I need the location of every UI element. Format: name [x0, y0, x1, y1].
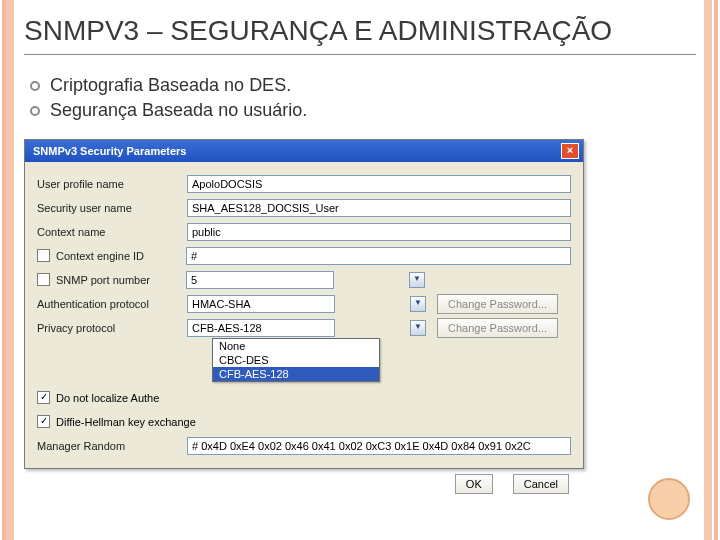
cancel-button[interactable]: Cancel	[513, 474, 569, 494]
engine-checkbox[interactable]	[37, 249, 50, 262]
auth-select[interactable]	[187, 295, 335, 313]
ok-button[interactable]: OK	[455, 474, 493, 494]
label-context: Context name	[37, 226, 187, 238]
label-port: SNMP port number	[56, 274, 186, 286]
bullet-icon	[30, 81, 40, 91]
label-manager-random: Manager Random	[37, 440, 187, 452]
label-security-user: Security user name	[37, 202, 187, 214]
list-item: Criptografia Baseada no DES.	[30, 75, 696, 96]
manager-random-input[interactable]	[187, 437, 571, 455]
dropdown-option-selected[interactable]: CFB-AES-128	[213, 367, 379, 381]
change-password-button[interactable]: Change Password...	[437, 294, 558, 314]
title-underline	[24, 54, 696, 55]
context-input[interactable]	[187, 223, 571, 241]
titlebar[interactable]: SNMPv3 Security Parameters ×	[25, 140, 583, 162]
bullet-list: Criptografia Baseada no DES. Segurança B…	[30, 75, 696, 121]
engine-input[interactable]	[186, 247, 571, 265]
label-auth: Authentication protocol	[37, 298, 187, 310]
bullet-text: Segurança Baseada no usuário.	[50, 100, 307, 120]
security-user-input[interactable]	[187, 199, 571, 217]
dialog: SNMPv3 Security Parameters × User profil…	[24, 139, 584, 469]
decorative-circle	[648, 478, 690, 520]
dropdown-option[interactable]: None	[213, 339, 379, 353]
chevron-down-icon[interactable]: ▼	[410, 320, 426, 336]
dh-checkbox[interactable]: ✓	[37, 415, 50, 428]
localize-checkbox[interactable]: ✓	[37, 391, 50, 404]
dialog-title: SNMPv3 Security Parameters	[33, 145, 186, 157]
bullet-text: Criptografia Baseada no DES.	[50, 75, 291, 95]
label-profile: User profile name	[37, 178, 187, 190]
port-checkbox[interactable]	[37, 273, 50, 286]
close-icon[interactable]: ×	[561, 143, 579, 159]
bullet-icon	[30, 106, 40, 116]
label-privacy: Privacy protocol	[37, 322, 187, 334]
privacy-dropdown[interactable]: None CBC-DES CFB-AES-128	[212, 338, 380, 382]
change-password-button-2[interactable]: Change Password...	[437, 318, 558, 338]
dropdown-option[interactable]: CBC-DES	[213, 353, 379, 367]
profile-input[interactable]	[187, 175, 571, 193]
port-input[interactable]	[186, 271, 334, 289]
chevron-down-icon[interactable]: ▼	[409, 272, 425, 288]
page-title: SNMPV3 – SEGURANÇA E ADMINISTRAÇÃO	[24, 14, 696, 48]
privacy-select[interactable]	[187, 319, 335, 337]
label-dh: Diffie-Hellman key exchange	[56, 416, 196, 428]
chevron-down-icon[interactable]: ▼	[410, 296, 426, 312]
label-localize: Do not localize Authe	[56, 392, 159, 404]
list-item: Segurança Baseada no usuário.	[30, 100, 696, 121]
label-engine: Context engine ID	[56, 250, 186, 262]
